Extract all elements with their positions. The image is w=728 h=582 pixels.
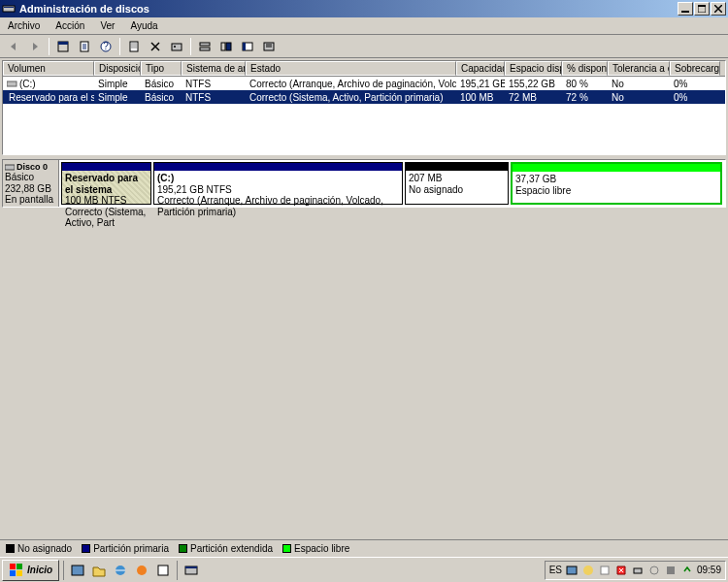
start-button[interactable]: Inicio: [2, 560, 59, 581]
tray-icon[interactable]: [664, 564, 678, 577]
tray-icon[interactable]: [680, 564, 694, 577]
col-volumen[interactable]: Volumen: [3, 61, 94, 76]
col-espacio[interactable]: Espacio disponible: [505, 61, 562, 76]
explorer-button[interactable]: [89, 561, 109, 580]
svg-rect-37: [567, 566, 577, 574]
forward-button[interactable]: [25, 37, 45, 56]
close-button[interactable]: [711, 2, 726, 16]
svg-rect-8: [58, 42, 68, 45]
view-button[interactable]: [53, 37, 73, 56]
disk-info[interactable]: Disco 0 Básico 232,88 GB En pantalla: [3, 160, 59, 207]
disk-label: Disco 0: [17, 162, 48, 172]
app-button-1[interactable]: [153, 561, 173, 580]
svg-point-33: [137, 566, 147, 575]
partition-block[interactable]: 207 MBNo asignado: [405, 162, 509, 205]
maximize-button[interactable]: [694, 2, 710, 16]
disk-status: En pantalla: [5, 194, 56, 206]
col-sistema[interactable]: Sistema de archivos: [182, 61, 246, 76]
tray-icon[interactable]: [581, 564, 595, 577]
menu-ver[interactable]: Ver: [92, 18, 122, 33]
legend-item: Partición primaria: [82, 543, 169, 554]
list-view-button[interactable]: [195, 37, 215, 56]
cell: 0%: [670, 90, 720, 104]
cell: Correcto (Arranque, Archivo de paginació…: [246, 77, 456, 90]
svg-rect-18: [200, 48, 210, 50]
taskbar: Inicio ES 09:59: [0, 557, 728, 582]
svg-rect-2: [681, 11, 689, 13]
cell: 72 MB: [505, 90, 562, 104]
col-disposicion[interactable]: Disposición: [94, 61, 141, 76]
menu-accion[interactable]: Acción: [48, 18, 92, 33]
disk-size: 232,88 GB: [5, 183, 56, 195]
svg-point-41: [650, 566, 658, 574]
cell: 72 %: [562, 90, 608, 104]
cell: Simple: [94, 90, 141, 104]
menubar: Archivo Acción Ver Ayuda: [0, 17, 728, 35]
cell: NTFS: [182, 77, 246, 90]
refresh-button[interactable]: [75, 37, 94, 56]
properties-button[interactable]: [124, 37, 144, 56]
cell: No: [608, 90, 670, 104]
settings-button[interactable]: [167, 37, 186, 56]
graphical-view-button[interactable]: [216, 37, 236, 56]
col-sobrecarga[interactable]: Sobrecarga: [670, 61, 720, 76]
cell: (C:): [3, 77, 94, 90]
col-capacidad[interactable]: Capacidad: [456, 61, 505, 76]
show-desktop-button[interactable]: [68, 561, 87, 580]
col-estado[interactable]: Estado: [246, 61, 456, 76]
svg-rect-30: [17, 570, 22, 576]
cell: NTFS: [182, 90, 246, 104]
language-indicator[interactable]: ES: [549, 565, 562, 575]
menu-ayuda[interactable]: Ayuda: [122, 18, 165, 33]
volume-list[interactable]: Volumen Disposición Tipo Sistema de arch…: [2, 60, 726, 155]
menu-archivo[interactable]: Archivo: [0, 18, 48, 33]
svg-point-16: [174, 46, 176, 48]
quick-launch: [63, 561, 173, 580]
taskbar-app[interactable]: [182, 561, 201, 580]
col-tolerancia[interactable]: Tolerancia a errores: [608, 61, 670, 76]
tray-icon[interactable]: [598, 564, 612, 577]
delete-button[interactable]: [146, 37, 165, 56]
window-title: Administración de discos: [19, 3, 678, 15]
cell: Reservado para el sistema: [3, 90, 94, 104]
ie-button[interactable]: [111, 561, 130, 580]
back-button[interactable]: [4, 37, 23, 56]
col-porcentaje[interactable]: % disponible: [562, 61, 608, 76]
svg-rect-0: [3, 6, 15, 12]
cell: Correcto (Sistema, Activo, Partición pri…: [246, 90, 456, 104]
col-tipo[interactable]: Tipo: [141, 61, 182, 76]
tray-icon[interactable]: [614, 564, 628, 577]
titlebar: Administración de discos: [0, 0, 728, 17]
tray-icon[interactable]: [631, 564, 645, 577]
partition-block[interactable]: Reservado para el sistema100 MB NTFSCorr…: [61, 162, 151, 205]
windows-icon: [9, 563, 24, 578]
window-controls: [678, 2, 726, 16]
media-button[interactable]: [132, 561, 151, 580]
svg-text:?: ?: [103, 41, 109, 51]
empty-disk-area: [0, 210, 728, 539]
clock[interactable]: 09:59: [697, 565, 721, 575]
partition-block[interactable]: 37,37 GBEspacio libre: [511, 162, 722, 205]
cell: 195,21 GB: [456, 77, 505, 90]
cell: Simple: [94, 77, 141, 90]
show-hide-button[interactable]: [238, 37, 257, 56]
volume-row[interactable]: Reservado para el sistemaSimpleBásicoNTF…: [3, 90, 725, 104]
svg-rect-22: [243, 43, 246, 50]
cell: 0%: [670, 77, 720, 90]
toolbar-separator: [119, 38, 120, 55]
help-button[interactable]: ?: [96, 37, 116, 56]
tray-icon[interactable]: [647, 564, 661, 577]
tray-icon[interactable]: [565, 564, 579, 577]
minimize-button[interactable]: [678, 2, 693, 16]
toolbar: ?: [0, 35, 728, 58]
svg-rect-34: [158, 566, 168, 575]
svg-rect-26: [5, 165, 15, 170]
volume-list-header: Volumen Disposición Tipo Sistema de arch…: [3, 61, 725, 77]
svg-rect-1: [4, 7, 14, 8]
action-button[interactable]: [259, 37, 279, 56]
volume-row[interactable]: (C:)SimpleBásicoNTFSCorrecto (Arranque, …: [3, 77, 725, 90]
svg-rect-29: [10, 570, 16, 576]
cell: 155,22 GB: [505, 77, 562, 90]
app-icon: [2, 2, 16, 16]
partition-block[interactable]: (C:)195,21 GB NTFSCorrecto (Arranque, Ar…: [153, 162, 403, 205]
